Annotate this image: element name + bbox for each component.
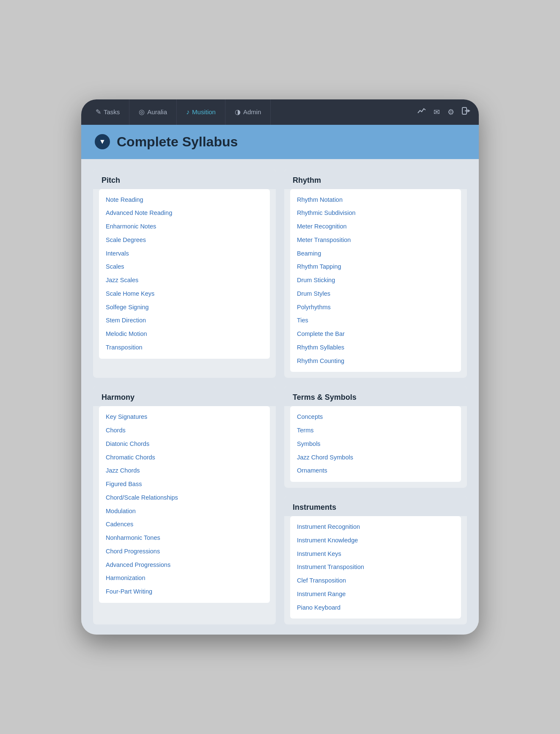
category-section-terms: Terms & SymbolsConceptsTermsSymbolsJazz … xyxy=(284,386,467,488)
list-item[interactable]: Chord/Scale Relationships xyxy=(106,491,263,505)
list-item[interactable]: Piano Keyboard xyxy=(297,601,454,615)
list-item[interactable]: Meter Transposition xyxy=(297,234,454,247)
nav-actions: ✉ ⚙ xyxy=(417,99,474,125)
list-item[interactable]: Rhythm Counting xyxy=(297,355,454,368)
list-item[interactable]: Symbols xyxy=(297,437,454,451)
list-item[interactable]: Polyrhythms xyxy=(297,301,454,314)
list-item[interactable]: Rhythm Notation xyxy=(297,193,454,207)
category-header-instruments: Instruments xyxy=(284,496,467,516)
nav-tab-tasks[interactable]: ✎ Tasks xyxy=(86,99,129,125)
category-section-harmony: HarmonyKey SignaturesChordsDiatonic Chor… xyxy=(93,386,276,624)
musition-icon: ♪ xyxy=(186,108,189,116)
list-item[interactable]: Key Signatures xyxy=(106,410,263,424)
list-item[interactable]: Ties xyxy=(297,314,454,327)
list-item[interactable]: Rhythmic Subdivision xyxy=(297,206,454,220)
list-item[interactable]: Chromatic Chords xyxy=(106,451,263,465)
category-header-harmony: Harmony xyxy=(93,386,276,406)
nav-tab-admin[interactable]: ◑ Admin xyxy=(225,99,271,125)
list-item[interactable]: Note Reading xyxy=(106,193,263,207)
list-item[interactable]: Clef Transposition xyxy=(297,574,454,588)
list-item[interactable]: Terms xyxy=(297,424,454,437)
list-item[interactable]: Cadences xyxy=(106,518,263,531)
tasks-icon: ✎ xyxy=(96,108,101,116)
list-item[interactable]: Harmonization xyxy=(106,572,263,585)
page-title: Complete Syllabus xyxy=(117,134,238,150)
list-item[interactable]: Jazz Chords xyxy=(106,464,263,478)
list-item[interactable]: Scale Degrees xyxy=(106,234,263,247)
category-header-pitch: Pitch xyxy=(93,169,276,189)
list-item[interactable]: Jazz Chord Symbols xyxy=(297,451,454,465)
list-item[interactable]: Scales xyxy=(106,260,263,274)
category-header-terms: Terms & Symbols xyxy=(284,386,467,406)
list-item[interactable]: Instrument Transposition xyxy=(297,561,454,574)
list-item[interactable]: Concepts xyxy=(297,410,454,424)
settings-icon[interactable]: ⚙ xyxy=(447,107,454,117)
content-area: PitchNote ReadingAdvanced Note ReadingEn… xyxy=(81,159,479,635)
category-list-rhythm: Rhythm NotationRhythmic SubdivisionMeter… xyxy=(290,189,461,372)
admin-icon: ◑ xyxy=(235,108,241,116)
list-item[interactable]: Instrument Recognition xyxy=(297,520,454,534)
auralia-icon: ◎ xyxy=(139,108,145,116)
category-list-harmony: Key SignaturesChordsDiatonic ChordsChrom… xyxy=(99,406,270,603)
admin-label: Admin xyxy=(243,108,261,115)
musition-label: Musition xyxy=(192,108,216,115)
list-item[interactable]: Advanced Note Reading xyxy=(106,206,263,220)
list-item[interactable]: Stem Direction xyxy=(106,314,263,327)
category-header-rhythm: Rhythm xyxy=(284,169,467,189)
list-item[interactable]: Instrument Range xyxy=(297,588,454,601)
list-item[interactable]: Advanced Progressions xyxy=(106,558,263,572)
logout-icon[interactable] xyxy=(462,107,470,117)
list-item[interactable]: Chord Progressions xyxy=(106,545,263,558)
mail-icon[interactable]: ✉ xyxy=(434,107,440,117)
list-item[interactable]: Rhythm Syllables xyxy=(297,341,454,355)
collapse-button[interactable]: ▼ xyxy=(95,134,110,149)
list-item[interactable]: Nonharmonic Tones xyxy=(106,531,263,545)
nav-tab-auralia[interactable]: ◎ Auralia xyxy=(129,99,177,125)
list-item[interactable]: Rhythm Tapping xyxy=(297,260,454,274)
list-item[interactable]: Ornaments xyxy=(297,464,454,478)
chevron-down-icon: ▼ xyxy=(99,138,106,146)
list-item[interactable]: Transposition xyxy=(106,341,263,355)
nav-bar: ✎ Tasks ◎ Auralia ♪ Musition ◑ Admin ✉ ⚙ xyxy=(81,99,479,125)
category-list-instruments: Instrument RecognitionInstrument Knowled… xyxy=(290,516,461,619)
list-item[interactable]: Enharmonic Notes xyxy=(106,220,263,234)
tasks-label: Tasks xyxy=(104,108,120,115)
list-item[interactable]: Melodic Motion xyxy=(106,327,263,341)
list-item[interactable]: Intervals xyxy=(106,247,263,261)
auralia-label: Auralia xyxy=(147,108,167,115)
page-header: ▼ Complete Syllabus xyxy=(81,125,479,159)
chart-icon[interactable] xyxy=(417,107,426,116)
list-item[interactable]: Figured Bass xyxy=(106,478,263,491)
list-item[interactable]: Solfege Signing xyxy=(106,301,263,314)
list-item[interactable]: Complete the Bar xyxy=(297,327,454,341)
category-section-rhythm: RhythmRhythm NotationRhythmic Subdivisio… xyxy=(284,169,467,378)
nav-tabs: ✎ Tasks ◎ Auralia ♪ Musition ◑ Admin xyxy=(86,99,271,125)
list-item[interactable]: Scale Home Keys xyxy=(106,287,263,301)
category-list-terms: ConceptsTermsSymbolsJazz Chord SymbolsOr… xyxy=(290,406,461,482)
category-list-pitch: Note ReadingAdvanced Note ReadingEnharmo… xyxy=(99,189,270,359)
category-section-instruments: InstrumentsInstrument RecognitionInstrum… xyxy=(284,496,467,624)
list-item[interactable]: Meter Recognition xyxy=(297,220,454,234)
category-section-pitch: PitchNote ReadingAdvanced Note ReadingEn… xyxy=(93,169,276,378)
list-item[interactable]: Diatonic Chords xyxy=(106,437,263,451)
list-item[interactable]: Chords xyxy=(106,424,263,437)
list-item[interactable]: Drum Sticking xyxy=(297,274,454,287)
list-item[interactable]: Instrument Keys xyxy=(297,547,454,561)
device-frame: ✎ Tasks ◎ Auralia ♪ Musition ◑ Admin ✉ ⚙ xyxy=(81,99,479,635)
list-item[interactable]: Beaming xyxy=(297,247,454,261)
list-item[interactable]: Instrument Knowledge xyxy=(297,534,454,547)
list-item[interactable]: Four-Part Writing xyxy=(106,585,263,599)
nav-tab-musition[interactable]: ♪ Musition xyxy=(177,99,225,125)
list-item[interactable]: Modulation xyxy=(106,505,263,518)
list-item[interactable]: Jazz Scales xyxy=(106,274,263,287)
list-item[interactable]: Drum Styles xyxy=(297,287,454,301)
